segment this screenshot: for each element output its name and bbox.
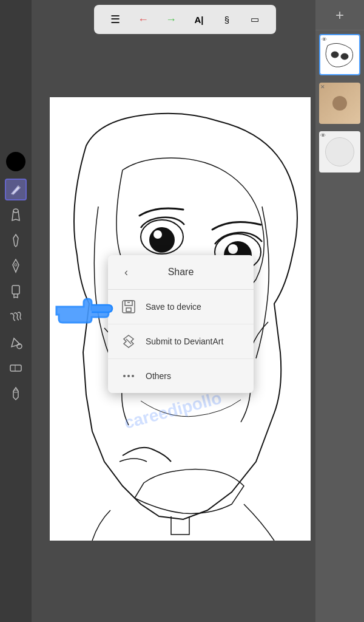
svg-point-18 [123, 375, 126, 377]
pen-tool-3[interactable] [5, 255, 27, 277]
right-panel-header: + [315, 0, 364, 30]
pointer-cursor [53, 289, 114, 325]
svg-point-21 [331, 52, 339, 58]
svg-point-10 [153, 230, 162, 239]
svg-point-19 [127, 375, 130, 377]
pen-tool-2[interactable] [5, 230, 27, 251]
top-toolbar: ☰ ← → A| § ▭ [94, 5, 276, 34]
svg-point-20 [132, 375, 134, 377]
pen-tool-1[interactable] [5, 204, 27, 226]
undo-icon[interactable]: ← [135, 11, 152, 28]
redo-icon[interactable]: → [163, 11, 180, 28]
layer-thumbnail-1[interactable]: 👁 [319, 34, 360, 75]
share-title: Share [141, 267, 244, 278]
right-panel: + 👁 ✕ 👁 [315, 0, 364, 622]
others-item[interactable]: Others [108, 359, 254, 393]
save-device-icon [120, 298, 137, 315]
add-layer-button[interactable]: + [330, 5, 349, 25]
frame-icon[interactable]: ▭ [246, 11, 263, 28]
eraser-tool-2[interactable] [5, 357, 27, 379]
measure-icon[interactable]: § [218, 11, 235, 28]
svg-rect-4 [10, 365, 21, 371]
fill-tool[interactable] [5, 332, 27, 354]
svg-point-6 [13, 390, 18, 392]
deviantart-icon [120, 333, 137, 350]
svg-point-1 [15, 264, 17, 266]
svg-point-13 [228, 244, 238, 254]
svg-point-9 [150, 228, 174, 252]
save-to-device-label: Save to device [146, 302, 201, 312]
svg-rect-2 [12, 285, 19, 294]
text-icon[interactable]: A| [190, 11, 207, 28]
others-label: Others [146, 371, 171, 381]
share-popup: ‹ Share Save to device Submit to Deviant… [108, 255, 254, 393]
svg-rect-15 [125, 301, 132, 306]
svg-point-22 [341, 53, 348, 60]
others-icon [120, 367, 137, 384]
submit-deviantart-label: Submit to DeviantArt [146, 337, 223, 346]
marker-tool[interactable] [5, 281, 27, 302]
share-back-button[interactable]: ‹ [118, 264, 135, 281]
left-sidebar [0, 0, 32, 622]
share-header: ‹ Share [108, 255, 254, 290]
pencil-tool[interactable] [5, 179, 27, 200]
multi-brush-tool[interactable] [5, 306, 27, 328]
layer-thumbnail-2[interactable]: ✕ [319, 83, 360, 124]
layer-thumbnail-3[interactable]: 👁 [319, 131, 360, 173]
svg-point-0 [13, 209, 18, 213]
svg-rect-16 [126, 308, 131, 312]
save-to-device-item[interactable]: Save to device [108, 290, 254, 324]
color-swatch[interactable] [6, 152, 25, 171]
list-icon[interactable]: ☰ [107, 11, 124, 28]
submit-deviantart-item[interactable]: Submit to DeviantArt [108, 324, 254, 359]
smudge-tool[interactable] [5, 383, 27, 405]
